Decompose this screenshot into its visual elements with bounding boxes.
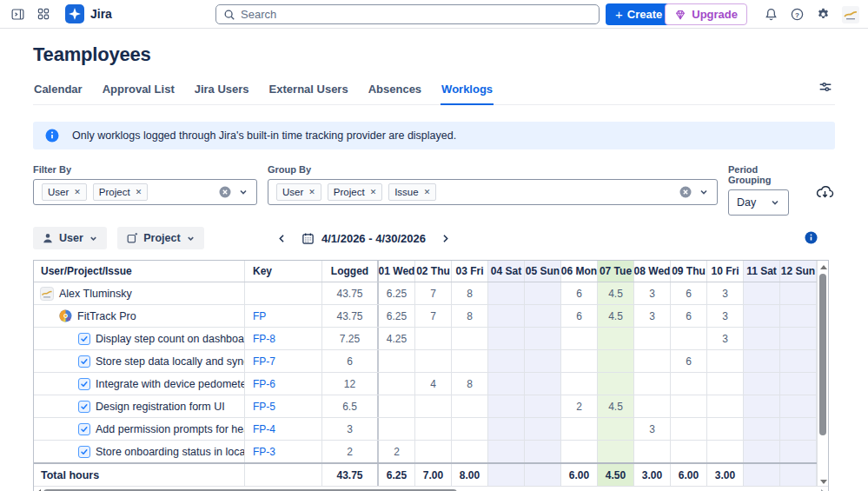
day-cell (488, 395, 525, 417)
notifications-bell-icon[interactable] (764, 7, 779, 22)
row-key-cell: FP (245, 305, 322, 327)
column-header-day-11-sat[interactable]: 11 Sat (744, 261, 780, 282)
issue-icon (78, 333, 90, 345)
day-cell (561, 328, 598, 349)
date-range-picker[interactable]: 4/1/2026 - 4/30/2026 (301, 232, 426, 245)
remove-chip-icon[interactable]: ✕ (424, 188, 431, 196)
clear-filter-icon[interactable] (219, 186, 231, 198)
day-cell (598, 328, 634, 349)
project-dropdown-button[interactable]: Project (117, 227, 203, 249)
tab-approval-list[interactable]: Approval List (102, 79, 176, 104)
chip-label: Project (99, 187, 130, 197)
upgrade-button[interactable]: Upgrade (665, 3, 747, 25)
day-cell: 8 (452, 305, 488, 327)
remove-chip-icon[interactable]: ✕ (74, 188, 81, 196)
column-header-day-06-mon[interactable]: 06 Mon (561, 261, 598, 282)
filter-by-select[interactable]: User✕Project✕ (33, 179, 257, 205)
column-header-day-04-sat[interactable]: 04 Sat (488, 261, 525, 282)
issue-key-link[interactable]: FP-5 (253, 401, 275, 413)
column-header-day-01-wed[interactable]: 01 Wed (379, 261, 415, 282)
column-header-day-07-tue[interactable]: 07 Tue (598, 261, 634, 282)
day-cell: 6 (671, 282, 707, 304)
period-grouping-select[interactable]: Day (728, 189, 789, 216)
tab-external-users[interactable]: External Users (268, 79, 349, 104)
row-name-cell: Store onboarding status in local storage (34, 441, 245, 462)
day-cell (415, 350, 452, 372)
help-icon[interactable]: ? (790, 7, 805, 22)
day-cell (780, 418, 817, 440)
remove-chip-icon[interactable]: ✕ (308, 188, 315, 196)
group-by-select[interactable]: User✕Project✕Issue✕ (268, 179, 718, 205)
chevron-down-icon[interactable] (699, 187, 709, 197)
next-period-arrow[interactable] (440, 231, 452, 246)
column-header-day-05-sun[interactable]: 05 Sun (525, 261, 561, 282)
search-input[interactable] (241, 8, 592, 21)
day-cell (415, 441, 452, 462)
row-name-cell: FitTrack Pro (34, 305, 245, 327)
user-avatar[interactable] (842, 6, 859, 23)
chevron-down-icon[interactable] (238, 187, 248, 197)
clear-group-icon[interactable] (679, 186, 692, 198)
day-cell: 6.25 (379, 305, 415, 327)
column-header-day-09-thu[interactable]: 09 Thu (671, 261, 707, 282)
export-cloud-download-icon[interactable] (815, 182, 835, 206)
tab-jira-users[interactable]: Jira Users (194, 79, 250, 104)
total-day-cell: 8.00 (452, 464, 488, 486)
issue-key-link[interactable]: FP-8 (253, 333, 275, 345)
column-header-logged[interactable]: Logged (322, 261, 379, 282)
day-cell: 6.25 (379, 282, 415, 304)
day-cell: 4.5 (598, 305, 634, 327)
row-logged-cell: 2 (322, 441, 379, 462)
column-header-day-02-thu[interactable]: 02 Thu (415, 261, 452, 282)
chip-project[interactable]: Project✕ (328, 183, 382, 201)
scroll-down-arrow[interactable] (820, 480, 827, 484)
issue-key-link[interactable]: FP-7 (253, 355, 275, 368)
row-key-cell: FP-3 (245, 441, 322, 462)
column-header-name[interactable]: User/Project/Issue (34, 261, 245, 282)
app-switcher-icon[interactable] (36, 7, 50, 21)
day-cell (634, 373, 671, 395)
view-settings-sliders-icon[interactable] (818, 79, 833, 98)
vertical-scrollbar[interactable] (817, 261, 828, 488)
day-cell (488, 282, 525, 304)
vertical-scrollbar-thumb[interactable] (819, 274, 826, 435)
column-header-day-03-fri[interactable]: 03 Fri (452, 261, 488, 282)
global-search[interactable] (215, 4, 600, 24)
total-day-cell (488, 464, 525, 486)
tab-absences[interactable]: Absences (368, 79, 422, 104)
column-header-day-12-sun[interactable]: 12 Sun (780, 261, 817, 282)
column-header-day-10-fri[interactable]: 10 Fri (707, 261, 744, 282)
chip-user[interactable]: User✕ (276, 183, 321, 201)
create-button[interactable]: + Create (606, 3, 672, 25)
issue-icon (78, 401, 90, 413)
chip-issue[interactable]: Issue✕ (388, 183, 436, 201)
column-header-key[interactable]: Key (245, 261, 322, 282)
period-grouping-label: Period Grouping (728, 164, 803, 185)
day-cell (415, 418, 452, 440)
chip-project[interactable]: Project✕ (93, 183, 148, 201)
day-cell (525, 395, 561, 417)
previous-period-arrow[interactable] (275, 231, 288, 246)
remove-chip-icon[interactable]: ✕ (136, 188, 142, 196)
issue-key-link[interactable]: FP-4 (253, 423, 275, 435)
table-row-alex-tluminsky: Alex Tluminsky43.756.257864.5363 (34, 282, 828, 305)
horizontal-scrollbar[interactable] (34, 486, 828, 491)
row-name-cell: Add permission prompts for health data (34, 418, 245, 440)
user-dropdown-button[interactable]: User (33, 227, 107, 249)
tab-calendar[interactable]: Calendar (33, 79, 83, 104)
settings-gear-icon[interactable] (816, 7, 831, 22)
sidebar-toggle-icon[interactable] (10, 7, 25, 22)
day-cell: 4 (415, 373, 452, 395)
issue-key-link[interactable]: FP-6 (253, 378, 275, 390)
tab-worklogs[interactable]: Worklogs (441, 79, 494, 105)
issue-key-link[interactable]: FP (253, 310, 266, 322)
gem-icon (674, 9, 686, 21)
remove-chip-icon[interactable]: ✕ (370, 188, 377, 196)
table-info-icon[interactable] (805, 231, 818, 248)
issue-key-link[interactable]: FP-3 (253, 446, 275, 458)
scroll-up-arrow[interactable] (820, 265, 827, 269)
chip-label: Project (334, 187, 365, 197)
jira-home-link[interactable]: Jira (65, 4, 112, 23)
column-header-day-08-wed[interactable]: 08 Wed (634, 261, 671, 282)
chip-user[interactable]: User✕ (42, 183, 87, 201)
